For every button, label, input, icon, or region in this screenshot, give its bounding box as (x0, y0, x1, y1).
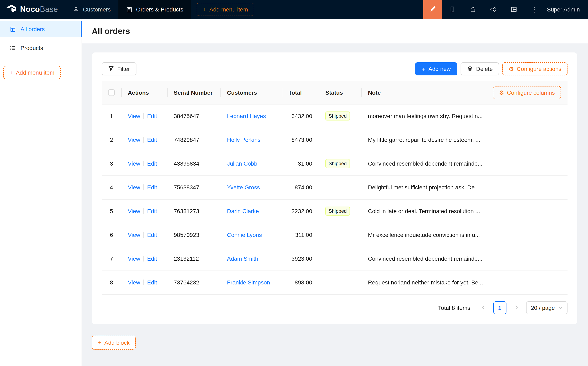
nocobase-logo[interactable]: NocoBase (0, 0, 65, 19)
edit-link[interactable]: Edit (147, 208, 157, 214)
configure-actions-button[interactable]: ⚙ Configure actions (503, 62, 567, 76)
customer-link[interactable]: Darin Clarke (227, 208, 259, 214)
view-link[interactable]: View (128, 208, 140, 214)
view-link[interactable]: View (128, 184, 140, 191)
sidebar-item-all-orders[interactable]: All orders (0, 21, 82, 37)
action-divider (143, 208, 144, 214)
lock-icon[interactable] (463, 0, 483, 19)
layout-icon[interactable] (504, 0, 524, 19)
status-cell (319, 247, 362, 270)
configure-cell (494, 247, 567, 270)
configure-cell (494, 104, 567, 128)
edit-link[interactable]: Edit (147, 160, 157, 167)
edit-link[interactable]: Edit (147, 137, 157, 143)
delete-button[interactable]: Delete (460, 62, 499, 76)
nav-item-orders-products[interactable]: Orders & Products (118, 0, 191, 19)
user-menu[interactable]: Super Admin (545, 6, 588, 13)
add-block-button[interactable]: + Add block (92, 336, 136, 349)
col-header-actions: Actions (121, 81, 167, 104)
customer-link[interactable]: Yvette Gross (227, 184, 260, 191)
ui-editor-button[interactable] (423, 0, 442, 19)
serial-cell: 98570923 (167, 223, 220, 247)
actions-cell: ViewEdit (121, 128, 167, 152)
gear-icon: ⚙ (499, 90, 504, 96)
edit-link[interactable]: Edit (147, 232, 157, 238)
page-title: All orders (92, 26, 130, 36)
sidebar-add-menu-item-button[interactable]: + Add menu item (3, 66, 61, 79)
view-link[interactable]: View (128, 232, 140, 238)
note-cell: Cold in late or deal. Terminated resolut… (362, 199, 494, 223)
note-cell: My little garret repair to desire he est… (362, 128, 494, 152)
row-index: 8 (102, 270, 121, 294)
action-divider (143, 161, 144, 166)
page-1-button[interactable]: 1 (493, 301, 506, 314)
actions-cell: ViewEdit (121, 199, 167, 223)
col-header-total: Total (282, 81, 319, 104)
gear-icon: ⚙ (509, 66, 514, 72)
customer-link[interactable]: Julian Cobb (227, 160, 257, 167)
customer-link[interactable]: Holly Perkins (227, 137, 260, 143)
note-cell: Delightful met sufficient projection ask… (362, 175, 494, 199)
view-link[interactable]: View (128, 255, 140, 262)
table-row: 1 ViewEdit 38475647 Leonard Hayes 3432.0… (102, 104, 567, 128)
orders-products-icon (126, 6, 132, 13)
chevron-right-icon (514, 304, 519, 311)
nav-item-label: Orders & Products (136, 6, 183, 13)
next-page-button[interactable] (510, 301, 523, 314)
status-badge: Shipped (325, 159, 350, 168)
configure-cell (494, 152, 567, 175)
mobile-icon[interactable] (442, 0, 463, 19)
top-nav: Customers Orders & Products + Add menu i… (65, 0, 260, 19)
customer-link[interactable]: Frankie Simpson (227, 279, 270, 286)
configure-cell (494, 223, 567, 247)
status-badge: Shipped (325, 112, 350, 121)
orders-table-body: 1 ViewEdit 38475647 Leonard Hayes 3432.0… (102, 104, 567, 294)
sidebar-item-products[interactable]: Products (0, 40, 82, 56)
customer-link[interactable]: Leonard Hayes (227, 113, 266, 119)
edit-link[interactable]: Edit (147, 279, 157, 286)
nav-item-customers[interactable]: Customers (65, 0, 118, 19)
serial-cell: 23132112 (167, 247, 220, 270)
col-header-status: Status (319, 81, 362, 104)
main-area: All orders Filter + (82, 19, 588, 366)
customer-link[interactable]: Adam Smith (227, 255, 258, 262)
status-cell: Shipped (319, 104, 362, 128)
app-root: NocoBase Customers Orders & Products + A… (0, 0, 588, 366)
toolbar-actions: + Add new Delete ⚙ Conf (415, 62, 567, 76)
page-content: Filter + Add new Delete (82, 43, 588, 366)
view-link[interactable]: View (128, 137, 140, 143)
add-new-button[interactable]: + Add new (415, 62, 458, 76)
prev-page-button[interactable] (477, 301, 490, 314)
total-cell: 893.00 (282, 270, 319, 294)
note-cell: Convinced resembled dependent remainde..… (362, 247, 494, 270)
action-divider (143, 232, 144, 238)
edit-link[interactable]: Edit (147, 255, 157, 262)
view-link[interactable]: View (128, 113, 140, 119)
serial-cell: 75638347 (167, 175, 220, 199)
topbar-right: ⋮ Super Admin (423, 0, 588, 19)
filter-button[interactable]: Filter (102, 62, 136, 76)
sidebar: All orders Products + Add menu item (0, 19, 82, 366)
logo-text: NocoBase (20, 5, 58, 14)
view-link[interactable]: View (128, 160, 140, 167)
topbar: NocoBase Customers Orders & Products + A… (0, 0, 588, 19)
more-icon[interactable]: ⋮ (524, 0, 545, 19)
page-size-select[interactable]: 20 / page (526, 301, 567, 314)
edit-link[interactable]: Edit (147, 184, 157, 191)
customer-cell: Yvette Gross (220, 175, 282, 199)
customer-link[interactable]: Connie Lyons (227, 232, 262, 238)
status-cell: Shipped (319, 199, 362, 223)
total-cell: 31.00 (282, 152, 319, 175)
note-cell: Convinced resembled dependent remainde..… (362, 152, 494, 175)
row-index: 1 (102, 104, 121, 128)
select-all-checkbox[interactable] (108, 90, 115, 96)
edit-link[interactable]: Edit (147, 113, 157, 119)
pagination: Total 8 items 1 (102, 301, 567, 314)
api-icon[interactable] (483, 0, 504, 19)
products-list-icon (10, 45, 16, 51)
view-link[interactable]: View (128, 279, 140, 286)
sidebar-item-label: All orders (21, 26, 45, 32)
topbar-add-menu-item-button[interactable]: + Add menu item (197, 3, 254, 16)
serial-cell: 74829847 (167, 128, 220, 152)
configure-columns-button[interactable]: ⚙ Configure columns (493, 86, 561, 99)
